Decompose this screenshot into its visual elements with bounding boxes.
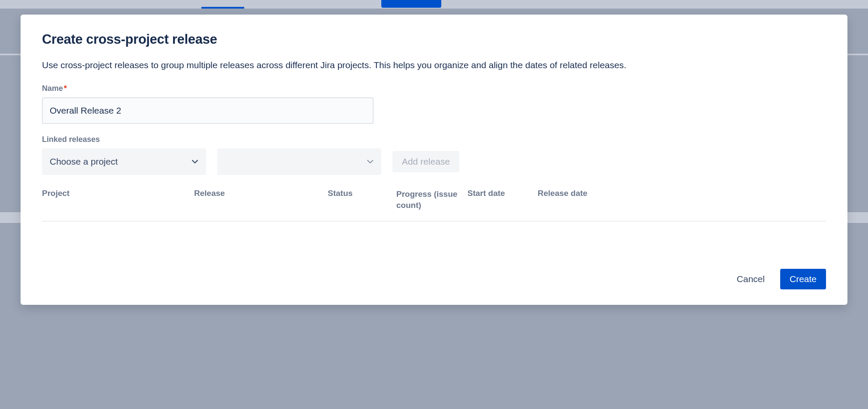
release-select[interactable]: [217, 148, 381, 175]
name-input[interactable]: [42, 97, 374, 124]
chevron-down-icon: [192, 158, 198, 165]
required-indicator: *: [64, 84, 67, 93]
column-header-release: Release: [194, 189, 328, 211]
modal-description: Use cross-project releases to group mult…: [42, 58, 826, 72]
column-header-release-date: Release date: [538, 189, 826, 211]
modal-footer: Cancel Create: [42, 269, 826, 289]
modal-title: Create cross-project release: [42, 32, 826, 47]
linked-releases-label: Linked releases: [42, 135, 826, 144]
background-active-tab: [381, 0, 441, 8]
create-button[interactable]: Create: [780, 269, 826, 289]
name-field-label: Name*: [42, 84, 826, 93]
column-header-start-date: Start date: [467, 189, 538, 211]
project-select-placeholder: Choose a project: [50, 156, 118, 167]
project-select[interactable]: Choose a project: [42, 148, 206, 175]
column-header-progress: Progress (issue count): [396, 189, 467, 211]
cancel-button[interactable]: Cancel: [727, 269, 774, 289]
chevron-down-icon: [367, 158, 374, 165]
add-release-button: Add release: [392, 151, 459, 172]
create-cross-project-release-modal: Create cross-project release Use cross-p…: [21, 15, 847, 305]
background-tab-underline: [201, 0, 244, 9]
linked-releases-table-header: Project Release Status Progress (issue c…: [42, 189, 826, 222]
column-header-project: Project: [42, 189, 194, 211]
name-label-text: Name: [42, 84, 63, 93]
column-header-status: Status: [328, 189, 396, 211]
linked-releases-row: Choose a project Add release: [42, 148, 826, 175]
